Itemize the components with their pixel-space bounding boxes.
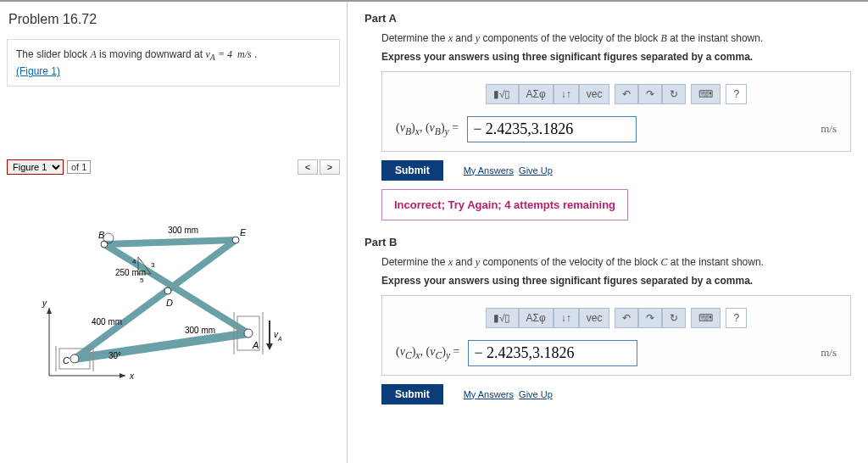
stmt-suffix: . xyxy=(252,48,258,60)
svg-line-5 xyxy=(104,240,236,244)
part-b-desc: Determine the x and y components of the … xyxy=(381,255,851,270)
axis-x-label: x xyxy=(129,371,135,381)
angle-30: 30° xyxy=(108,351,121,360)
tri-4: 4 xyxy=(132,258,136,265)
tool-vector-button[interactable]: vec xyxy=(579,308,610,328)
stmt-text: The slider block xyxy=(16,48,90,60)
part-b-answer-box: ▮√▯ ΑΣφ ↓↑ vec ↶ ↷ ↻ ⌨ ? (vC)x, (vC)y = … xyxy=(381,295,851,376)
give-up-link[interactable]: Give Up xyxy=(519,389,553,399)
my-answers-link[interactable]: My Answers xyxy=(464,389,514,399)
part-b-answer-input[interactable] xyxy=(468,340,637,366)
give-up-link[interactable]: Give Up xyxy=(519,165,553,176)
svg-point-8 xyxy=(101,241,108,248)
part-b-answer-label: (vC)x, (vC)y = xyxy=(396,345,459,361)
part-b-unit: m/s xyxy=(821,346,837,360)
label-D: D xyxy=(166,298,173,308)
right-panel: Part A Determine the x and y components … xyxy=(348,2,868,463)
part-b-label: Part B xyxy=(364,236,851,248)
label-C: C xyxy=(63,355,70,365)
tool-greek-button[interactable]: ΑΣφ xyxy=(519,84,554,104)
svg-point-11 xyxy=(70,354,79,363)
part-b-submit-button[interactable]: Submit xyxy=(381,384,443,404)
problem-title: Problem 16.72 xyxy=(7,12,340,27)
answer-toolbar-a: ▮√▯ ΑΣφ ↓↑ vec ↶ ↷ ↻ ⌨ ? xyxy=(396,84,837,104)
tool-reset-button[interactable]: ↻ xyxy=(662,84,686,104)
figure-link[interactable]: (Figure 1) xyxy=(16,65,60,77)
axis-y-label: y xyxy=(42,298,47,308)
svg-point-10 xyxy=(164,287,171,294)
part-a-submit-button[interactable]: Submit xyxy=(381,160,443,181)
vA-label: vA xyxy=(274,330,282,342)
figure-next-button[interactable]: > xyxy=(320,159,340,175)
tool-subscript-button[interactable]: ↓↑ xyxy=(554,308,579,328)
tool-redo-button[interactable]: ↷ xyxy=(638,308,662,328)
part-a-unit: m/s xyxy=(821,122,837,136)
tool-subscript-button[interactable]: ↓↑ xyxy=(554,84,579,104)
tool-redo-button[interactable]: ↷ xyxy=(638,84,662,104)
dim-400: 400 mm xyxy=(92,317,122,326)
svg-marker-3 xyxy=(47,308,52,314)
part-b-links: My Answers Give Up xyxy=(464,389,553,399)
figure-nav: Figure 1 of 1 < > xyxy=(7,159,340,175)
figure-of-label: of 1 xyxy=(67,160,91,174)
dim-300-bot: 300 mm xyxy=(185,326,215,335)
tool-undo-button[interactable]: ↶ xyxy=(615,84,638,104)
tool-help-button[interactable]: ? xyxy=(726,308,747,328)
label-A: A xyxy=(252,340,259,350)
left-panel: Problem 16.72 The slider block A is movi… xyxy=(0,2,348,463)
part-b-instr: Express your answers using three signifi… xyxy=(381,275,851,287)
part-a-answer-box: ▮√▯ ΑΣφ ↓↑ vec ↶ ↷ ↻ ⌨ ? (vB)x, (vB)y = … xyxy=(381,71,851,152)
tool-undo-button[interactable]: ↶ xyxy=(615,308,638,328)
part-a-feedback: Incorrect; Try Again; 4 attempts remaini… xyxy=(381,189,628,220)
tool-help-button[interactable]: ? xyxy=(726,84,747,104)
svg-marker-2 xyxy=(120,373,125,378)
tri-3: 3 xyxy=(151,261,155,269)
tool-keyboard-button[interactable]: ⌨ xyxy=(691,308,721,328)
problem-statement: The slider block A is moving downward at… xyxy=(7,39,340,86)
figure-prev-button[interactable]: < xyxy=(298,159,318,175)
tool-reset-button[interactable]: ↻ xyxy=(662,308,686,328)
tool-greek-button[interactable]: ΑΣφ xyxy=(519,308,554,328)
part-a-label: Part A xyxy=(364,12,851,25)
figure-image: x y B xyxy=(7,185,329,414)
dim-300-top: 300 mm xyxy=(168,226,198,235)
part-a-links: My Answers Give Up xyxy=(464,165,553,176)
part-a-answer-label: (vB)x, (vB)y = xyxy=(396,121,459,137)
tool-template-button[interactable]: ▮√▯ xyxy=(486,84,519,104)
svg-point-12 xyxy=(244,329,253,337)
svg-point-9 xyxy=(232,237,239,243)
var-A: A xyxy=(90,48,96,60)
part-a-instr: Express your answers using three signifi… xyxy=(381,51,851,63)
part-a-answer-input[interactable] xyxy=(467,116,637,142)
label-E: E xyxy=(240,227,247,237)
tool-template-button[interactable]: ▮√▯ xyxy=(486,308,519,328)
v-expr: vA = 4 m/s xyxy=(205,48,251,60)
tool-keyboard-button[interactable]: ⌨ xyxy=(691,84,721,104)
figure-select[interactable]: Figure 1 xyxy=(7,159,64,175)
stmt-text2: is moving downward at xyxy=(97,48,206,60)
my-answers-link[interactable]: My Answers xyxy=(464,165,514,176)
part-a-desc: Determine the x and y components of the … xyxy=(381,31,851,46)
tool-vector-button[interactable]: vec xyxy=(579,84,610,104)
tri-5: 5 xyxy=(140,276,144,284)
svg-marker-22 xyxy=(266,343,273,350)
answer-toolbar-b: ▮√▯ ΑΣφ ↓↑ vec ↶ ↷ ↻ ⌨ ? xyxy=(396,308,837,328)
